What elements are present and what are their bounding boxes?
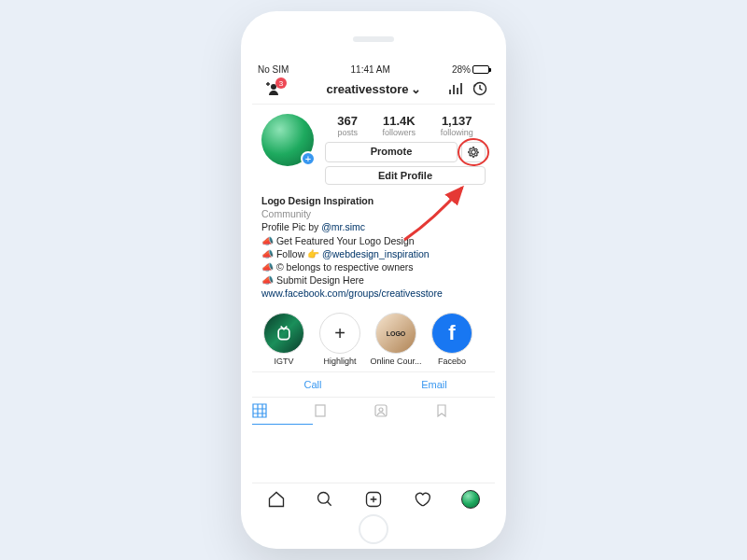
- clock: 11:41 AM: [351, 64, 390, 75]
- battery-pct: 28%: [452, 64, 471, 75]
- tab-tagged[interactable]: [374, 398, 434, 425]
- nav-profile[interactable]: [461, 490, 480, 509]
- insights-icon[interactable]: [448, 82, 463, 95]
- chevron-down-icon: ⌄: [411, 82, 421, 96]
- tab-grid[interactable]: [252, 398, 313, 425]
- svg-point-5: [379, 408, 383, 412]
- stat-following[interactable]: 1,137following: [441, 114, 473, 137]
- bio-section: Logo Design Inspiration Community Profil…: [252, 192, 495, 307]
- notif-badge: 3: [275, 77, 287, 89]
- highlight-add[interactable]: +Highlight: [314, 313, 366, 366]
- edit-profile-button[interactable]: Edit Profile: [325, 166, 486, 185]
- call-button[interactable]: Call: [252, 372, 374, 397]
- svg-point-6: [318, 493, 330, 504]
- bio-name: Logo Design Inspiration: [261, 194, 486, 207]
- nav-add-post[interactable]: [364, 490, 383, 509]
- highlight-course[interactable]: LOGOOnline Cour...: [370, 313, 422, 366]
- username-switcher[interactable]: creativesstore ⌄: [326, 82, 420, 96]
- status-bar: No SIM 11:41 AM 28%: [252, 62, 495, 77]
- nav-activity[interactable]: [413, 490, 431, 509]
- highlight-facebook[interactable]: fFacebo: [426, 313, 478, 366]
- settings-button[interactable]: [461, 142, 486, 162]
- highlight-igtv[interactable]: IGTV: [258, 313, 310, 366]
- megaphone-icon: 📣: [261, 274, 274, 286]
- carrier-label: No SIM: [258, 64, 289, 75]
- bio-category: Community: [261, 207, 486, 220]
- profile-avatar[interactable]: +: [261, 114, 314, 166]
- tab-saved[interactable]: [434, 398, 495, 425]
- megaphone-icon: 📣: [261, 248, 274, 259]
- battery-icon: [472, 65, 489, 74]
- tab-feed[interactable]: [313, 398, 374, 425]
- archive-icon[interactable]: [472, 81, 487, 96]
- add-story-icon[interactable]: +: [301, 151, 316, 166]
- gear-icon: [467, 146, 480, 159]
- nav-search[interactable]: [316, 490, 334, 509]
- megaphone-icon: 📣: [261, 261, 274, 273]
- nav-home[interactable]: [267, 490, 286, 509]
- email-button[interactable]: Email: [374, 372, 495, 397]
- discover-people-button[interactable]: 3: [260, 82, 278, 95]
- bio-mention-webdesign[interactable]: @webdesign_inspiration: [322, 248, 430, 259]
- stat-followers[interactable]: 11.4Kfollowers: [383, 114, 416, 137]
- bio-url[interactable]: www.facebook.com/groups/creativesstore: [261, 287, 486, 300]
- megaphone-icon: 📣: [261, 235, 274, 246]
- promote-button[interactable]: Promote: [325, 142, 458, 162]
- svg-rect-3: [316, 405, 325, 416]
- bio-mention-mrsimc[interactable]: @mr.simc: [321, 221, 365, 232]
- stat-posts[interactable]: 367posts: [337, 114, 358, 137]
